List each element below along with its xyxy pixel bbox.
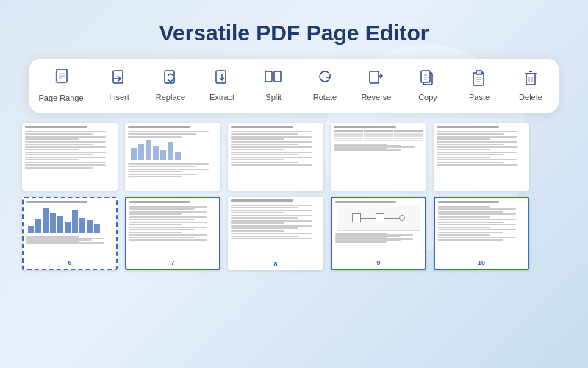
pdf-page-9[interactable]: 9 xyxy=(331,197,426,270)
svg-rect-8 xyxy=(216,71,226,83)
toolbar-label-page-range: Page Range xyxy=(38,93,83,102)
page-num-7: 7 xyxy=(169,259,176,266)
svg-rect-9 xyxy=(265,71,272,82)
pdf-page-8[interactable]: 8 xyxy=(228,197,323,270)
svg-rect-10 xyxy=(274,71,281,82)
toolbar-item-split[interactable]: Split xyxy=(248,67,299,105)
toolbar-divider-1 xyxy=(90,71,90,101)
toolbar-item-delete[interactable]: Delete xyxy=(505,67,556,105)
toolbar-item-insert[interactable]: Insert xyxy=(93,67,145,105)
toolbar-item-extract[interactable]: Extract xyxy=(196,67,248,105)
page-num-10: 10 xyxy=(476,259,487,266)
replace-icon xyxy=(162,70,179,91)
toolbar-item-rotate[interactable]: Rotate xyxy=(299,67,351,105)
pdf-page-4[interactable] xyxy=(331,123,426,191)
svg-rect-17 xyxy=(476,71,482,74)
split-icon xyxy=(265,70,282,91)
toolbar-label-split: Split xyxy=(265,93,281,102)
reverse-icon xyxy=(368,70,385,91)
toolbar-label-insert: Insert xyxy=(109,93,129,102)
pdf-page-5[interactable] xyxy=(434,123,529,191)
toolbar-item-paste[interactable]: Paste xyxy=(453,67,505,105)
toolbar-label-delete: Delete xyxy=(519,93,542,102)
toolbar-label-replace: Replace xyxy=(156,93,185,102)
pages-row-2: 6 7 xyxy=(22,197,566,270)
toolbar-item-copy[interactable]: Copy xyxy=(402,67,453,105)
svg-rect-18 xyxy=(526,74,535,85)
toolbar-label-reverse: Reverse xyxy=(362,93,392,102)
toolbar-item-replace[interactable]: Replace xyxy=(145,67,196,105)
page-num-6: 6 xyxy=(66,259,73,266)
paste-icon xyxy=(471,70,487,91)
toolbar-label-paste: Paste xyxy=(469,93,490,102)
page-num-9: 9 xyxy=(375,259,381,266)
extract-icon xyxy=(214,70,230,91)
pages-row-1 xyxy=(22,123,566,191)
pdf-page-3[interactable] xyxy=(228,123,323,191)
toolbar: Page Range Insert Replace xyxy=(29,59,559,113)
pdf-page-7[interactable]: 7 xyxy=(125,197,220,270)
toolbar-item-page-range[interactable]: Page Range xyxy=(35,66,87,105)
toolbar-label-extract: Extract xyxy=(209,93,234,102)
page-range-icon xyxy=(52,69,70,91)
toolbar-label-rotate: Rotate xyxy=(313,93,337,102)
pages-area: 6 7 xyxy=(22,123,566,270)
page-num-8: 8 xyxy=(272,261,279,268)
page-title: Versatile PDF Page Editor xyxy=(0,0,588,59)
copy-icon xyxy=(420,70,436,91)
toolbar-label-copy: Copy xyxy=(418,93,437,102)
svg-rect-12 xyxy=(370,71,379,83)
rotate-icon xyxy=(317,70,333,91)
pdf-page-6[interactable]: 6 xyxy=(22,197,118,270)
pdf-page-1[interactable] xyxy=(22,123,118,191)
insert-icon xyxy=(111,70,127,91)
pdf-page-2[interactable] xyxy=(125,123,220,191)
toolbar-item-reverse[interactable]: Reverse xyxy=(351,67,402,105)
delete-icon xyxy=(523,70,539,91)
svg-rect-15 xyxy=(421,71,430,82)
pdf-page-10[interactable]: 10 xyxy=(434,197,529,270)
